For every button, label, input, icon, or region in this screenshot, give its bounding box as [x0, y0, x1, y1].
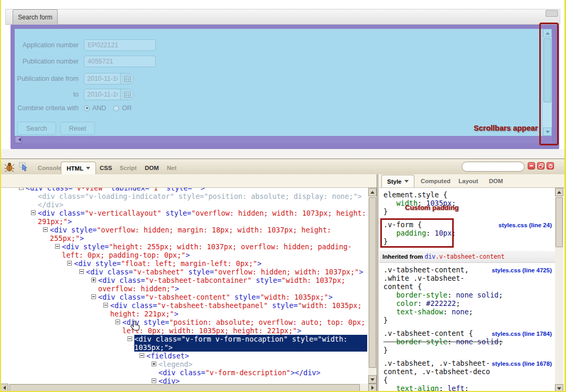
collapse-twisty-icon[interactable] [67, 261, 72, 266]
chevron-down-icon [86, 167, 90, 169]
field-label: Application number [15, 41, 79, 49]
attribute-value: "v-tabsheet" [133, 268, 184, 276]
chevron-down-icon [404, 180, 409, 183]
expand-twisty-icon[interactable] [91, 278, 96, 282]
html-tree-panel: <div class="v-view" tabindex="1" style="… [0, 188, 368, 384]
collapse-twisty-icon[interactable] [152, 378, 156, 383]
screenshot-page: Search form Application numberPublicatio… [0, 0, 566, 392]
collapse-twisty-icon[interactable] [127, 336, 132, 341]
inspect-element-icon[interactable] [18, 162, 29, 174]
tab-search-form[interactable]: Search form [13, 9, 58, 25]
collapse-twisty-icon[interactable] [91, 294, 96, 299]
html-tree-row[interactable]: <fieldset> [0, 352, 368, 360]
html-tree-row[interactable]: <div class="v-form v-form-nocaption" sty… [0, 335, 368, 352]
css-selector-line: content, .v-tabsheet-deco [383, 367, 555, 376]
html-tree-row[interactable]: <div class="v-tabsheet-tabcontainer" sty… [0, 276, 368, 293]
html-tree-row[interactable]: <div class="v-form-description"></div> [0, 368, 368, 377]
html-tree-row[interactable]: <div class="v-loading-indicator" style="… [0, 192, 368, 209]
css-rule: styles.css (line 1784).v-tabsheet-conten… [379, 329, 555, 354]
collapse-twisty-icon[interactable] [103, 303, 108, 308]
minimize-button[interactable] [528, 162, 535, 169]
tree-node-source: <div class="v-tabsheet-tabcontainer" sty… [98, 276, 368, 293]
annotation-scrollbars-appear: Scrollbars appear [474, 124, 538, 132]
html-vscroll-up[interactable] [368, 188, 377, 196]
application-number-input[interactable] [84, 39, 156, 51]
firebug-tab-html[interactable]: HTML [61, 162, 96, 174]
html-vscroll-thumb[interactable] [369, 197, 376, 368]
calendar-button[interactable] [120, 89, 134, 100]
tree-node-source: <div class="v-loading-indicator" style="… [38, 192, 368, 209]
html-tree-row[interactable]: <div style="overflow: hidden; margin: 18… [0, 226, 368, 242]
collapse-twisty-icon[interactable] [140, 353, 144, 358]
deactivate-button[interactable] [547, 162, 554, 169]
stylesheet-link[interactable]: styles.css (line 4725) [492, 266, 552, 274]
firebug-search-input[interactable] [462, 162, 525, 172]
html-tree-row[interactable]: <div class="v-tabsheet-content" style="w… [0, 293, 368, 301]
panel-splitter[interactable] [377, 174, 379, 392]
firebug-breadcrumb-bar: «» Edit div.v-se...iongroup<td.v-for...t… [0, 174, 566, 188]
radio-and[interactable] [84, 105, 90, 111]
scroll-left-arrow[interactable] [15, 136, 22, 143]
collapse-twisty-icon[interactable] [55, 244, 60, 249]
side-tab-dom[interactable]: DOM [484, 175, 508, 187]
tab-scroller-button[interactable] [546, 10, 558, 17]
style-rules-panel: element.style { width: 1035px;}styles.cs… [379, 188, 555, 392]
collapse-twisty-icon[interactable] [115, 320, 120, 324]
inherited-element-tag[interactable]: div [425, 253, 436, 260]
collapse-twisty-icon[interactable] [43, 227, 48, 232]
firebug-tab-net[interactable]: Net [162, 162, 182, 174]
calendar-button[interactable] [120, 73, 134, 84]
reset-button[interactable]: Reset [60, 122, 95, 135]
radio-or[interactable] [113, 105, 119, 111]
html-vscroll-down[interactable] [368, 375, 377, 384]
firebug-bug-icon[interactable] [4, 162, 15, 174]
html-tree-row[interactable]: <div> [0, 377, 368, 384]
stylesheet-link[interactable]: styles.css (line 24) [498, 221, 552, 229]
css-property-line[interactable]: border-style: none solid; [383, 337, 555, 346]
firebug-tab-script[interactable]: Script [114, 162, 142, 174]
expand-twisty-icon[interactable] [152, 362, 156, 366]
attribute-value: "1" [149, 188, 162, 192]
html-tree-row[interactable]: <div class="v-view" tabindex="1" style="… [0, 188, 368, 192]
annotation-custom-padding: Custom padding [405, 204, 459, 211]
css-rule: styles.css (line 4725).v-tabsheet-conten… [379, 266, 555, 324]
attribute-value: "v-tabsheet-tabsheetpanel" [157, 301, 268, 310]
stylesheet-link[interactable]: styles.css (line 1678) [492, 359, 552, 368]
html-tree-row[interactable]: <div class="v-tabsheet-tabsheetpanel" st… [0, 301, 368, 318]
date-input[interactable] [84, 89, 120, 100]
css-property-line[interactable]: color: #222222; [383, 299, 555, 308]
left-arrow-icon [16, 137, 21, 142]
html-tree-row[interactable]: <div style="position: absolute; overflow… [0, 318, 368, 335]
html-tree-row[interactable]: <div style="float: left; margin-left: 0p… [0, 259, 368, 268]
html-tree-row[interactable]: <div style="height: 255px; width: 1037px… [0, 242, 368, 259]
publication-number-input[interactable] [84, 56, 156, 67]
firebug-tab-dom[interactable]: DOM [140, 162, 164, 174]
side-tab-style[interactable]: Style [381, 175, 414, 187]
collapse-twisty-icon[interactable] [19, 188, 24, 190]
search-button[interactable]: Search [17, 122, 56, 135]
date-input[interactable] [84, 73, 120, 84]
style-vscroll-thumb[interactable] [556, 197, 563, 247]
combine-criteria-row: Combine criteria withANDOR [15, 104, 139, 112]
css-property-line[interactable]: text-shadow: none; [383, 308, 555, 316]
html-tree-row[interactable]: <legend> [0, 360, 368, 368]
form-horizontal-scrollbar[interactable] [15, 136, 552, 143]
html-tree: <div class="v-view" tabindex="1" style="… [0, 188, 368, 384]
attribute-value: "" [192, 188, 200, 192]
inherited-element-class[interactable]: .v-tabsheet-content [435, 253, 505, 260]
css-property-line[interactable]: border-style: none solid; [383, 291, 555, 299]
collapse-twisty-icon[interactable] [31, 210, 36, 215]
html-tree-row[interactable]: <div class="v-tabsheet" style="overflow:… [0, 268, 368, 276]
side-tab-computed[interactable]: Computed [415, 175, 456, 187]
tree-node-source: <div class="v-tabsheet" style="overflow:… [86, 268, 368, 276]
html-tree-row[interactable]: <div class="v-verticallayout" style="ove… [0, 209, 368, 226]
detach-button[interactable] [537, 162, 544, 169]
side-tab-layout[interactable]: Layout [453, 175, 484, 187]
stylesheet-link[interactable]: styles.css (line 1784) [492, 330, 552, 338]
style-vscroll-up[interactable] [555, 188, 563, 196]
css-property-name: text-shadow [396, 308, 443, 316]
collapse-twisty-icon[interactable] [79, 269, 84, 274]
attribute-value: "position: absolute; overflow: auto; top… [122, 318, 365, 335]
html-hscroll-thumb[interactable] [9, 384, 360, 391]
css-selector-line: content { [383, 282, 555, 291]
